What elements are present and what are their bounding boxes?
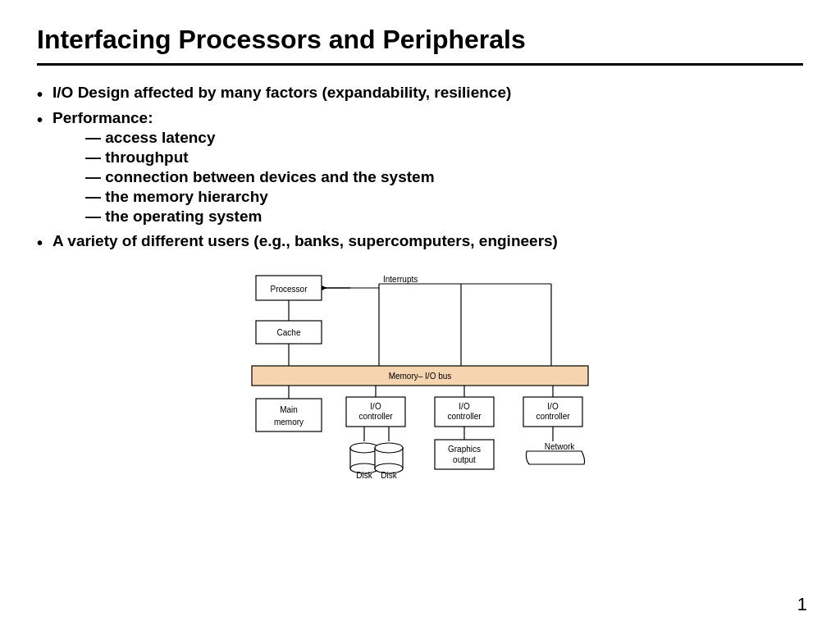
io-ctrl1-line1: I/O bbox=[370, 402, 381, 411]
graphics-line1: Graphics bbox=[448, 445, 481, 454]
main-memory-box bbox=[256, 399, 322, 431]
disk1-label: Disk bbox=[356, 471, 372, 480]
disk2-top bbox=[375, 443, 403, 453]
io-ctrl2-line2: controller bbox=[447, 412, 482, 421]
bullet-item-1: • I/O Design affected by many factors (e… bbox=[37, 84, 803, 104]
main-memory-line1: Main bbox=[280, 405, 298, 414]
disk2-label: Disk bbox=[381, 471, 397, 480]
bullet-item-2: • Performance: — access latency — throug… bbox=[37, 109, 803, 227]
sub-item-5: — the operating system bbox=[85, 208, 435, 226]
bullet-dot-1: • bbox=[37, 85, 43, 104]
sub-item-2: — throughput bbox=[85, 148, 435, 167]
interrupts-label: Interrupts bbox=[383, 275, 418, 284]
bullet-text-1: I/O Design affected by many factors (exp… bbox=[52, 84, 511, 102]
bullet-content-2: Performance: — access latency — throughp… bbox=[52, 109, 435, 227]
graphics-line2: output bbox=[453, 455, 476, 464]
slide: Interfacing Processors and Peripherals •… bbox=[0, 0, 840, 630]
sub-list: — access latency — throughput — connecti… bbox=[85, 129, 435, 226]
bus-label: Memory– I/O bus bbox=[389, 372, 452, 381]
diagram: Processor Cache Interrupts Memory– I/O b… bbox=[37, 267, 803, 481]
processor-label: Processor bbox=[270, 285, 308, 294]
network-shape bbox=[526, 451, 584, 464]
io-ctrl2-line1: I/O bbox=[459, 402, 470, 411]
bullet-dot-2: • bbox=[37, 111, 43, 130]
main-memory-line2: memory bbox=[274, 418, 304, 427]
sub-item-4: — the memory hierarchy bbox=[85, 188, 435, 206]
bullet-text-2: Performance: bbox=[52, 109, 153, 126]
io-ctrl3-line1: I/O bbox=[547, 402, 559, 411]
slide-title: Interfacing Processors and Peripherals bbox=[37, 25, 803, 55]
title-divider bbox=[37, 63, 803, 66]
bullet-list: • I/O Design affected by many factors (e… bbox=[37, 84, 803, 253]
network-label: Network bbox=[545, 442, 576, 451]
bullet-text-3: A variety of different users (e.g., bank… bbox=[52, 232, 558, 250]
bullet-dot-3: • bbox=[37, 234, 43, 253]
page-number: 1 bbox=[797, 594, 807, 615]
sub-item-1: — access latency bbox=[85, 129, 435, 147]
io-ctrl3-line2: controller bbox=[536, 412, 570, 421]
io-ctrl1-line2: controller bbox=[358, 412, 393, 421]
arrow-head bbox=[322, 285, 327, 290]
bullet-item-3: • A variety of different users (e.g., ba… bbox=[37, 232, 803, 253]
diagram-svg: Processor Cache Interrupts Memory– I/O b… bbox=[207, 267, 633, 481]
sub-item-3: — connection between devices and the sys… bbox=[85, 168, 435, 186]
disk1-top bbox=[350, 443, 378, 453]
cache-label: Cache bbox=[277, 328, 301, 337]
